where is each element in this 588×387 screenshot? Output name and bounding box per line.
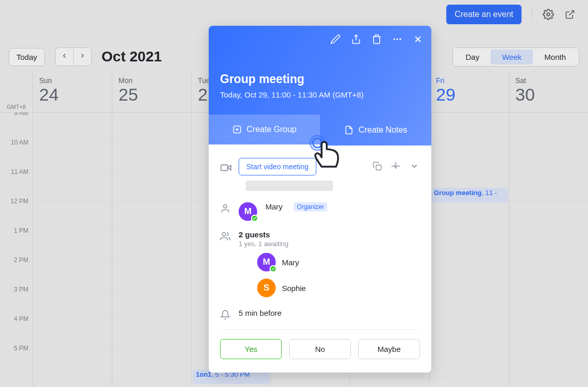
day-col-mon[interactable] — [112, 112, 191, 387]
time-column: 9 AM 10 AM 11 AM 12 PM 1 PM 2 PM 3 PM 4 … — [0, 112, 32, 387]
chevron-down-icon[interactable] — [410, 162, 420, 172]
time-label: 4 PM — [0, 315, 32, 345]
event-time: Today, Oct 29, 11:00 - 11:30 AM (GMT+8) — [220, 90, 420, 99]
day-col-sat[interactable] — [509, 112, 588, 387]
svg-line-1 — [569, 11, 574, 15]
person-icon — [220, 203, 230, 214]
time-label: 5 PM — [0, 345, 32, 374]
day-col-fri[interactable]: Group meeting, 11 - — [429, 112, 509, 387]
gear-icon[interactable] — [391, 162, 401, 172]
create-event-button[interactable]: Create an event — [446, 5, 522, 24]
event-popover: Group meeting Today, Oct 29, 11:00 - 11:… — [209, 26, 431, 373]
avatar: S — [257, 279, 276, 297]
create-group-label: Create Group — [247, 125, 297, 134]
close-icon[interactable] — [412, 33, 424, 45]
today-button[interactable]: Today — [9, 48, 45, 66]
svg-point-3 — [394, 38, 395, 40]
check-icon — [270, 265, 277, 272]
rsvp-no-button[interactable]: No — [289, 339, 351, 359]
next-arrow[interactable] — [74, 48, 91, 66]
svg-rect-13 — [376, 165, 381, 170]
guest-item[interactable]: S Sophie — [257, 279, 306, 297]
check-icon — [251, 215, 258, 222]
avatar: M — [257, 253, 276, 271]
organizer-name: Mary — [265, 202, 282, 211]
rsvp-yes-button[interactable]: Yes — [220, 339, 282, 359]
organizer-badge: Organizer — [294, 202, 327, 212]
view-day[interactable]: Day — [455, 50, 491, 64]
svg-point-5 — [399, 38, 401, 40]
prev-arrow[interactable] — [56, 48, 74, 66]
time-label: 11 AM — [0, 168, 32, 198]
svg-point-4 — [396, 38, 398, 40]
create-group-tab[interactable]: Create Group — [209, 115, 320, 146]
day-header-fri[interactable]: Fri29 — [429, 72, 509, 112]
create-notes-label: Create Notes — [359, 125, 407, 135]
time-label: 3 PM — [0, 286, 32, 315]
event-group-meeting[interactable]: Group meeting, 11 - — [431, 188, 508, 202]
share-icon[interactable] — [350, 33, 362, 45]
rsvp-maybe-button[interactable]: Maybe — [358, 339, 420, 359]
reminder-text: 5 min before — [239, 309, 281, 317]
month-title: Oct 2021 — [102, 49, 162, 65]
view-week[interactable]: Week — [491, 50, 533, 64]
organizer-avatar[interactable]: M — [239, 202, 257, 221]
day-header-mon[interactable]: Mon25 — [112, 72, 191, 112]
delete-icon[interactable] — [371, 33, 383, 45]
svg-point-0 — [547, 13, 550, 16]
svg-point-15 — [224, 205, 227, 208]
bell-icon — [220, 310, 230, 320]
time-label: 9 AM — [0, 112, 32, 139]
guest-status: 1 yes, 1 awaiting — [239, 240, 306, 248]
nav-arrows — [55, 47, 92, 66]
svg-point-16 — [222, 233, 226, 236]
svg-marker-12 — [228, 165, 231, 170]
view-switch: Day Week Month — [452, 47, 579, 67]
copy-icon[interactable] — [373, 162, 383, 172]
toolbar-divider — [532, 8, 532, 21]
timezone-label: GMT+8 — [0, 72, 32, 112]
event-title: Group meeting — [220, 72, 420, 86]
svg-rect-11 — [221, 165, 228, 171]
time-label: 1 PM — [0, 227, 32, 256]
time-label: 10 AM — [0, 139, 32, 168]
guest-item[interactable]: M Mary — [257, 253, 306, 271]
start-video-button[interactable]: Start video meeting — [239, 158, 316, 175]
view-month[interactable]: Month — [533, 50, 577, 64]
time-label: 2 PM — [0, 256, 32, 286]
day-col-sun[interactable] — [32, 112, 112, 387]
divider — [220, 329, 420, 330]
guest-name: Sophie — [282, 284, 306, 293]
day-header-sat[interactable]: Sat30 — [509, 72, 588, 112]
external-link-icon[interactable] — [564, 9, 576, 20]
settings-icon[interactable] — [543, 9, 554, 20]
more-icon[interactable] — [391, 33, 404, 45]
meeting-link-placeholder — [246, 181, 333, 191]
guest-name: Mary — [282, 258, 299, 267]
time-label: 12 PM — [0, 198, 32, 227]
guest-count: 2 guests — [239, 230, 306, 239]
create-notes-tab[interactable]: Create Notes — [320, 115, 431, 146]
video-icon — [220, 162, 230, 172]
guests-icon — [220, 231, 230, 241]
day-header-sun[interactable]: Sun24 — [32, 72, 112, 112]
edit-icon[interactable] — [329, 33, 342, 45]
